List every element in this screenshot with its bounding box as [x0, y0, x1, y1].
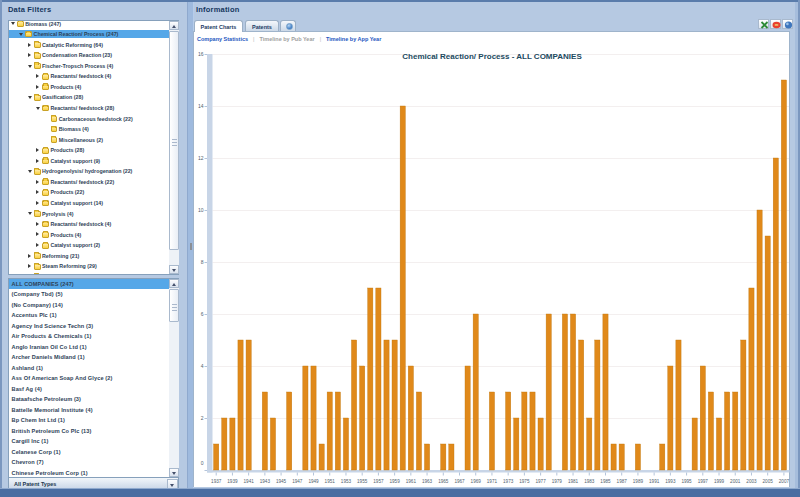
svg-text:8: 8 — [201, 259, 204, 265]
svg-text:6: 6 — [201, 311, 204, 317]
svg-text:4: 4 — [201, 363, 204, 369]
svg-text:1967: 1967 — [454, 479, 465, 484]
svg-text:14: 14 — [198, 103, 204, 109]
svg-text:1993: 1993 — [665, 479, 676, 484]
svg-text:1953: 1953 — [341, 479, 352, 484]
svg-text:1949: 1949 — [308, 479, 319, 484]
svg-text:1961: 1961 — [406, 479, 417, 484]
svg-text:1991: 1991 — [649, 479, 660, 484]
svg-text:Chemical Reaction/ Process - A: Chemical Reaction/ Process - ALL COMPANI… — [402, 52, 582, 61]
svg-text:1939: 1939 — [227, 479, 238, 484]
svg-text:2005: 2005 — [763, 479, 774, 484]
svg-text:1955: 1955 — [357, 479, 368, 484]
svg-text:1979: 1979 — [552, 479, 563, 484]
svg-text:1995: 1995 — [681, 479, 692, 484]
svg-text:1959: 1959 — [390, 479, 401, 484]
svg-text:1941: 1941 — [244, 479, 255, 484]
svg-text:2: 2 — [201, 415, 204, 421]
svg-text:1965: 1965 — [438, 479, 449, 484]
svg-text:1951: 1951 — [325, 479, 336, 484]
svg-text:1937: 1937 — [211, 479, 222, 484]
svg-text:1997: 1997 — [698, 479, 709, 484]
svg-text:1963: 1963 — [422, 479, 433, 484]
svg-text:1945: 1945 — [276, 479, 287, 484]
svg-text:10: 10 — [198, 207, 204, 213]
svg-text:1975: 1975 — [519, 479, 530, 484]
svg-text:2001: 2001 — [730, 479, 741, 484]
svg-text:12: 12 — [198, 155, 204, 161]
svg-text:1989: 1989 — [633, 479, 644, 484]
svg-text:1985: 1985 — [600, 479, 611, 484]
svg-text:2003: 2003 — [746, 479, 757, 484]
svg-text:1971: 1971 — [487, 479, 498, 484]
svg-text:1947: 1947 — [292, 479, 303, 484]
svg-text:1999: 1999 — [714, 479, 725, 484]
svg-text:1969: 1969 — [471, 479, 482, 484]
svg-text:1981: 1981 — [568, 479, 579, 484]
svg-text:1943: 1943 — [260, 479, 271, 484]
svg-text:1957: 1957 — [373, 479, 384, 484]
svg-text:1987: 1987 — [617, 479, 628, 484]
svg-text:1973: 1973 — [503, 479, 514, 484]
svg-text:1977: 1977 — [535, 479, 546, 484]
svg-text:2007: 2007 — [779, 479, 790, 484]
svg-text:0: 0 — [201, 460, 204, 466]
svg-text:16: 16 — [198, 51, 204, 57]
svg-text:1983: 1983 — [584, 479, 595, 484]
